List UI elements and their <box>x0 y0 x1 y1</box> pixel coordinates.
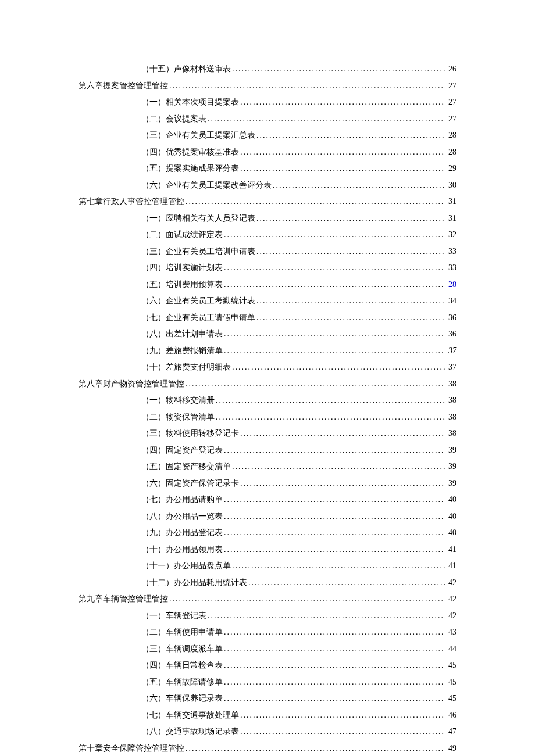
toc-page-number: 27 <box>445 98 456 107</box>
toc-leader-dots <box>184 379 445 389</box>
toc-leader-dots <box>206 611 445 621</box>
toc-page-number: 43 <box>445 628 456 637</box>
toc-leader-dots <box>239 429 445 438</box>
toc-leader-dots <box>223 545 445 554</box>
toc-title: （四）优秀提案审核基准表 <box>141 147 239 157</box>
toc-title: （七）办公用品请购单 <box>141 495 223 505</box>
toc-leader-dots <box>223 495 445 504</box>
toc-title: （六）企业有关员工提案改善评分表 <box>141 180 272 191</box>
toc-page-number: 39 <box>445 462 456 471</box>
toc-row: （九）差旅费报销清单37 <box>79 346 456 356</box>
toc-page-number: 39 <box>445 446 456 455</box>
toc-page-number: 41 <box>445 561 456 571</box>
toc-row: （四）固定资产登记表39 <box>79 445 456 456</box>
toc-row: （四）车辆日常检查表45 <box>79 660 456 671</box>
toc-title: （五）车辆故障请修单 <box>141 677 223 687</box>
toc-page-number: 40 <box>445 495 456 504</box>
toc-row: （五）固定资产移交清单39 <box>79 461 456 472</box>
toc-row: （八）交通事故现场记录表 47 <box>79 726 456 737</box>
toc-page-number: 38 <box>445 413 456 422</box>
toc-leader-dots <box>215 396 445 405</box>
toc-leader-dots <box>223 512 445 521</box>
toc-title: （八）交通事故现场记录表 <box>141 726 239 737</box>
toc-leader-dots <box>231 65 445 74</box>
toc-leader-dots <box>223 263 445 273</box>
toc-page-number: 46 <box>445 711 456 720</box>
toc-page-number: 33 <box>445 263 456 273</box>
toc-page-number: 31 <box>445 197 456 206</box>
toc-title: （九）办公用品登记表 <box>141 528 223 538</box>
toc-page-number: 38 <box>445 379 456 389</box>
toc-page-number: 30 <box>445 181 456 190</box>
toc-row: 第六章提案管控管理管控 27 <box>79 81 456 91</box>
toc-title: （二）会议提案表 <box>141 114 206 124</box>
toc-leader-dots <box>223 230 445 239</box>
toc-title: （一）车辆登记表 <box>141 611 206 621</box>
toc-row: （五）提案实施成果评分表29 <box>79 163 456 174</box>
toc-page-number: 37 <box>445 363 456 372</box>
toc-leader-dots <box>184 197 445 206</box>
toc-row: （五）培训费用预算表28 <box>79 280 456 290</box>
toc-page-number: 32 <box>445 230 456 239</box>
toc-row: （二）会议提案表27 <box>79 114 456 124</box>
toc-leader-dots <box>223 628 445 637</box>
toc-title: （二）物资保管清单 <box>141 412 215 422</box>
toc-leader-dots <box>223 661 445 670</box>
table-of-contents: （十五）声像材料送审表26第六章提案管控管理管控 27（一）相关本次项目提案表2… <box>79 64 456 756</box>
toc-title: （七）企业有关员工请假申请单 <box>141 313 255 323</box>
toc-row: （一）相关本次项目提案表27 <box>79 97 456 108</box>
toc-title: （十）办公用品领用表 <box>141 544 223 555</box>
toc-leader-dots <box>255 247 445 256</box>
toc-title: （十二）办公用品耗用统计表 <box>141 578 247 588</box>
toc-leader-dots <box>231 462 445 471</box>
toc-leader-dots <box>239 479 445 488</box>
toc-leader-dots <box>223 280 445 289</box>
toc-page-number: 28 <box>445 148 456 157</box>
toc-page-number: 45 <box>445 678 456 687</box>
toc-leader-dots <box>239 164 445 173</box>
toc-row: （六）企业有关员工考勤统计表34 <box>79 296 456 306</box>
toc-row: （三）企业有关员工提案汇总表 28 <box>79 130 456 141</box>
toc-leader-dots <box>255 214 445 223</box>
toc-title: （一）相关本次项目提案表 <box>141 97 239 108</box>
toc-row: 第十章安全保障管控管理管控 49 <box>79 743 456 754</box>
toc-leader-dots <box>223 528 445 538</box>
toc-title: （六）固定资产保管记录卡 <box>141 478 239 489</box>
toc-page-number: 44 <box>445 644 456 654</box>
toc-page-number: 33 <box>445 247 456 256</box>
toc-title: 第九章车辆管控管理管控 <box>79 594 168 604</box>
toc-title: （六）企业有关员工考勤统计表 <box>141 296 255 306</box>
toc-row: （九）办公用品登记表40 <box>79 528 456 538</box>
toc-page-number: 27 <box>445 81 456 91</box>
toc-title: （十一）办公用品盘点单 <box>141 561 231 571</box>
toc-row: （七）办公用品请购单40 <box>79 495 456 505</box>
toc-row: （十）差旅费支付明细表37 <box>79 362 456 372</box>
toc-page-number: 27 <box>445 114 456 124</box>
toc-page-number: 29 <box>445 164 456 173</box>
toc-page-number: 42 <box>445 594 456 604</box>
toc-row: （一）物料移交清册38 <box>79 395 456 406</box>
toc-row: （二）物资保管清单38 <box>79 412 456 422</box>
toc-leader-dots <box>223 329 445 339</box>
toc-leader-dots <box>239 98 445 107</box>
toc-page-number: 40 <box>445 512 456 521</box>
toc-row: （六）车辆保养记录表45 <box>79 693 456 704</box>
toc-page-number: 41 <box>445 545 456 554</box>
toc-page-number: 28 <box>445 280 456 289</box>
toc-title: 第八章财产物资管控管理管控 <box>79 379 184 389</box>
toc-page-number: 47 <box>445 727 456 736</box>
toc-title: 第七章行政人事管控管理管控 <box>79 196 184 207</box>
toc-page-number: 42 <box>445 578 456 587</box>
toc-title: （五）提案实施成果评分表 <box>141 163 239 174</box>
toc-row: （二）面试成绩评定表32 <box>79 230 456 240</box>
toc-row: （七）车辆交通事故处理单46 <box>79 710 456 721</box>
toc-title: （四）培训实施计划表 <box>141 263 223 273</box>
toc-title: （三）车辆调度派车单 <box>141 644 223 654</box>
toc-page-number: 42 <box>445 611 456 621</box>
toc-page-number: 39 <box>445 479 456 488</box>
toc-leader-dots <box>223 644 445 654</box>
toc-leader-dots <box>255 313 445 323</box>
toc-leader-dots <box>168 594 445 604</box>
toc-leader-dots <box>223 694 445 703</box>
toc-row: 第八章财产物资管控管理管控 38 <box>79 379 456 389</box>
